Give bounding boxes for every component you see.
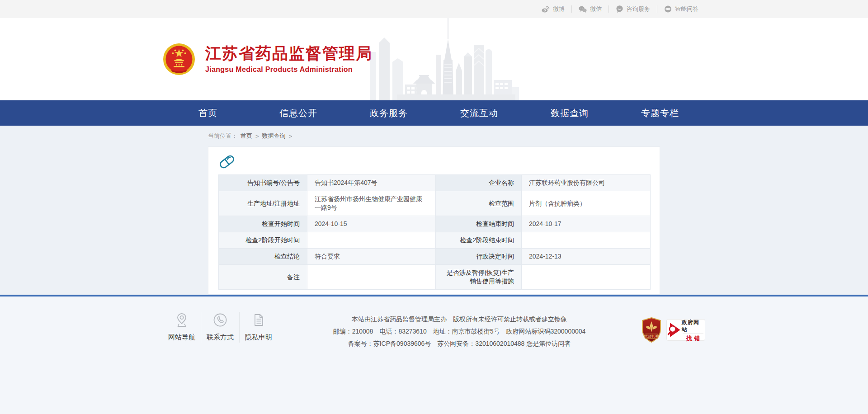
- shield-badge-label: 党政机关: [644, 334, 659, 339]
- find-error-magnifier-icon: [667, 320, 681, 340]
- footer-info: 本站由江苏省药品监督管理局主办 版权所有未经许可禁止转载或者建立镜像 邮编：21…: [278, 312, 641, 350]
- label-production-address: 生产地址/注册地址: [219, 191, 307, 216]
- site-title: 江苏省药品监督管理局: [205, 45, 373, 62]
- footer-link-privacy[interactable]: 隐私申明: [239, 312, 278, 343]
- label-notice-number: 告知书编号/公告号: [219, 175, 307, 191]
- site-header: 江苏省药品监督管理局 Jiangsu Medical Products Admi…: [0, 18, 868, 100]
- topbar: 微博 微信 咨询服务: [0, 0, 868, 18]
- footer: 网站导航 联系方式: [0, 296, 868, 414]
- breadcrumb-data-query-link[interactable]: 数据查询: [262, 132, 286, 140]
- value-production-address: 江苏省扬州市扬州生物健康产业园健康一路9号: [307, 191, 436, 216]
- label-decision-date: 行政决定时间: [436, 249, 522, 265]
- value-notice-number: 告知书2024年第407号: [307, 175, 436, 191]
- wechat-icon: [579, 6, 587, 13]
- footer-line-icp: 备案号：苏ICP备09039606号 苏公网安备：32010602010488 …: [291, 338, 627, 350]
- breadcrumb-separator: >: [289, 133, 292, 140]
- breadcrumb-separator: >: [255, 133, 259, 140]
- gov-badge-subtitle: 找错: [686, 335, 703, 342]
- topbar-item-label: 咨询服务: [627, 5, 650, 13]
- nav-item-interaction[interactable]: 交流互动: [434, 100, 524, 126]
- table-row: 生产地址/注册地址 江苏省扬州市扬州生物健康产业园健康一路9号 检查范围 片剂（…: [219, 191, 651, 216]
- value-inspection-scope: 片剂（含抗肿瘤类）: [522, 191, 651, 216]
- footer-link-contact[interactable]: 联系方式: [201, 312, 239, 343]
- footer-badges: 党政机关 政府网站 找错: [641, 312, 705, 343]
- footer-link-label: 隐私申明: [245, 333, 272, 341]
- footer-link-label: 网站导航: [168, 333, 195, 341]
- nav-item-info-disclosure[interactable]: 信息公开: [253, 100, 344, 126]
- table-row: 检查结论 符合要求 行政决定时间 2024-12-13: [219, 249, 651, 265]
- table-row: 备注 是否涉及暂停(恢复)生产销售使用等措施: [219, 265, 651, 290]
- label-phase2-start-date: 检查2阶段开始时间: [219, 232, 307, 249]
- breadcrumb: 当前位置： 首页 > 数据查询 >: [208, 126, 660, 146]
- topbar-item-weibo[interactable]: 微博: [535, 5, 571, 13]
- page: 微博 微信 咨询服务: [0, 0, 868, 414]
- label-inspection-scope: 检查范围: [436, 191, 522, 216]
- pill-icon: [218, 154, 236, 169]
- main-content: 当前位置： 首页 > 数据查询 > 告知书编号/: [0, 126, 868, 295]
- footer-link-sitemap[interactable]: 网站导航: [163, 312, 201, 343]
- topbar-item-consult[interactable]: 咨询服务: [609, 5, 657, 13]
- label-suspension-measures: 是否涉及暂停(恢复)生产销售使用等措施: [436, 265, 522, 290]
- inspection-detail-card: 告知书编号/公告号 告知书2024年第407号 企业名称 江苏联环药业股份有限公…: [208, 146, 660, 295]
- party-gov-agency-badge[interactable]: 党政机关: [641, 317, 662, 343]
- gov-badge-divider: [683, 334, 703, 334]
- value-phase2-end-date: [522, 232, 651, 249]
- topbar-item-wechat[interactable]: 微信: [571, 5, 609, 13]
- value-inspection-conclusion: 符合要求: [307, 249, 436, 265]
- label-inspection-conclusion: 检查结论: [219, 249, 307, 265]
- footer-line-host: 本站由江苏省药品监督管理局主办 版权所有未经许可禁止转载或者建立镜像: [291, 313, 627, 325]
- weibo-icon: [542, 6, 550, 13]
- site-subtitle: Jiangsu Medical Products Administration: [205, 66, 373, 74]
- nav-item-home[interactable]: 首页: [163, 100, 253, 126]
- national-emblem-logo: [163, 43, 195, 75]
- label-company-name: 企业名称: [436, 175, 522, 191]
- breadcrumb-home-link[interactable]: 首页: [241, 132, 252, 140]
- label-remarks: 备注: [219, 265, 307, 290]
- label-phase2-end-date: 检查2阶段结束时间: [436, 232, 522, 249]
- label-inspection-start-date: 检查开始时间: [219, 216, 307, 232]
- table-row: 检查2阶段开始时间 检查2阶段结束时间: [219, 232, 651, 249]
- topbar-item-label: 微信: [590, 5, 602, 13]
- table-row: 告知书编号/公告号 告知书2024年第407号 企业名称 江苏联环药业股份有限公…: [219, 175, 651, 191]
- value-suspension-measures: [522, 265, 651, 290]
- nav-item-gov-services[interactable]: 政务服务: [344, 100, 434, 126]
- map-pin-icon: [174, 313, 189, 327]
- value-remarks: [307, 265, 436, 290]
- gov-site-find-error-badge[interactable]: 政府网站 找错: [666, 319, 705, 341]
- topbar-item-smart-qa[interactable]: 智能问答: [657, 5, 705, 13]
- value-company-name: 江苏联环药业股份有限公司: [522, 175, 651, 191]
- inspection-table: 告知书编号/公告号 告知书2024年第407号 企业名称 江苏联环药业股份有限公…: [218, 174, 651, 290]
- phone-icon: [213, 313, 227, 327]
- value-decision-date: 2024-12-13: [522, 249, 651, 265]
- label-inspection-end-date: 检查结束时间: [436, 216, 522, 232]
- consult-service-icon: [616, 5, 623, 13]
- footer-link-label: 联系方式: [207, 333, 234, 341]
- topbar-item-label: 智能问答: [675, 5, 698, 13]
- topbar-item-label: 微博: [553, 5, 565, 13]
- smart-qa-icon: [664, 5, 672, 13]
- main-nav: 首页 信息公开 政务服务 交流互动 数据查询 专题专栏: [0, 100, 868, 126]
- value-phase2-start-date: [307, 232, 436, 249]
- nav-item-data-query[interactable]: 数据查询: [524, 100, 615, 126]
- privacy-doc-icon: [251, 313, 266, 327]
- gov-badge-title: 政府网站: [682, 319, 705, 333]
- value-inspection-start-date: 2024-10-15: [307, 216, 436, 232]
- value-inspection-end-date: 2024-10-17: [522, 216, 651, 232]
- breadcrumb-prefix: 当前位置：: [208, 132, 237, 140]
- nav-item-special-topics[interactable]: 专题专栏: [615, 100, 705, 126]
- table-row: 检查开始时间 2024-10-15 检查结束时间 2024-10-17: [219, 216, 651, 232]
- footer-line-contact: 邮编：210008 电话：83273610 地址：南京市鼓楼街5号 政府网站标识…: [291, 325, 627, 338]
- footer-links: 网站导航 联系方式: [163, 312, 278, 343]
